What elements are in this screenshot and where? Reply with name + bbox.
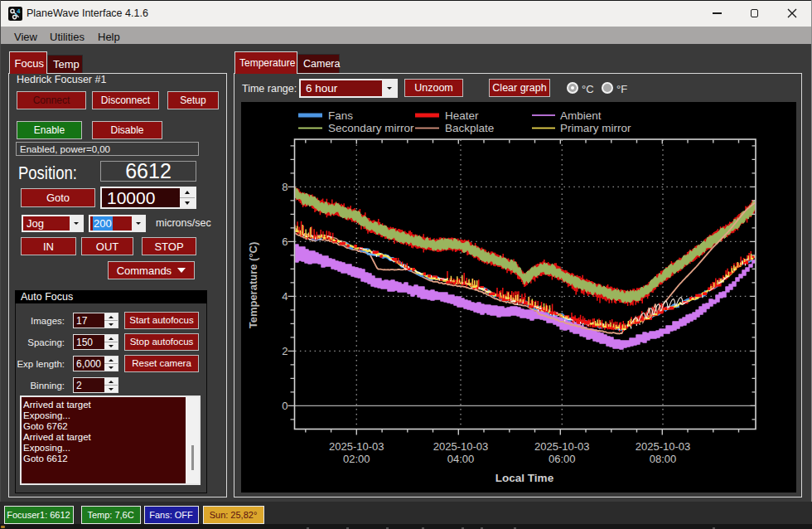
svg-text:2025-10-03: 2025-10-03 xyxy=(433,440,489,453)
svg-text:Primary mirror: Primary mirror xyxy=(560,122,631,134)
svg-text:Heater: Heater xyxy=(445,109,479,122)
svg-text:4: 4 xyxy=(282,290,288,303)
svg-text:06:00: 06:00 xyxy=(549,453,576,465)
svg-text:2025-10-03: 2025-10-03 xyxy=(534,440,590,453)
svg-text:Temperature (°C): Temperature (°C) xyxy=(247,242,259,329)
svg-text:2025-10-03: 2025-10-03 xyxy=(329,440,384,453)
svg-text:8: 8 xyxy=(282,181,288,193)
svg-text:Backplate: Backplate xyxy=(445,122,494,134)
svg-text:6: 6 xyxy=(282,235,288,248)
svg-text:2: 2 xyxy=(282,345,288,357)
svg-text:04:00: 04:00 xyxy=(447,453,475,465)
svg-text:08:00: 08:00 xyxy=(650,453,677,465)
svg-text:Local Time: Local Time xyxy=(495,472,554,484)
svg-text:0: 0 xyxy=(282,400,288,412)
svg-text:02:00: 02:00 xyxy=(343,453,370,465)
svg-text:Fans: Fans xyxy=(328,109,353,122)
svg-text:Ambient: Ambient xyxy=(560,109,602,122)
svg-text:Secondary mirror: Secondary mirror xyxy=(328,122,414,134)
svg-text:2025-10-03: 2025-10-03 xyxy=(636,440,691,453)
